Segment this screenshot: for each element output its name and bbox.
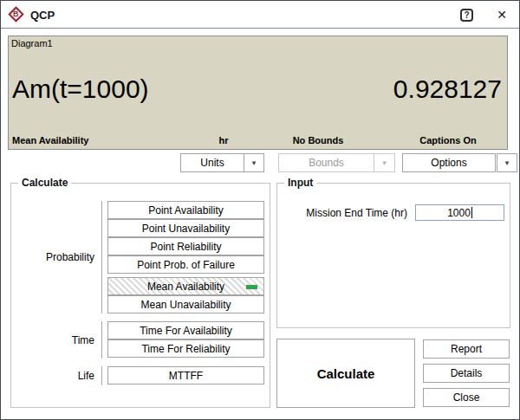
bounds-caption: No Bounds bbox=[293, 135, 344, 145]
caption-row: Mean Availability hr No Bounds Captions … bbox=[9, 135, 507, 147]
calculate-group-title: Calculate bbox=[18, 177, 71, 189]
options-caption: Captions On bbox=[419, 135, 476, 145]
close-icon[interactable]: ✕ bbox=[494, 7, 510, 23]
help-icon[interactable]: ? bbox=[460, 9, 473, 22]
mttff-button[interactable]: MTTFF bbox=[107, 366, 264, 384]
calculate-group: Calculate Probability Point Availability… bbox=[10, 183, 270, 408]
time-bracket-line bbox=[101, 321, 102, 359]
mission-end-time-value: 1000 bbox=[447, 207, 471, 219]
point-availability-button[interactable]: Point Availability bbox=[107, 201, 264, 219]
probability-label: Probability bbox=[46, 251, 94, 263]
mission-end-time-label: Mission End Time (hr) bbox=[306, 207, 407, 219]
input-group: Input Mission End Time (hr) 1000 bbox=[276, 183, 510, 328]
bounds-dropdown-arrow-icon: ▾ bbox=[374, 153, 395, 172]
units-dropdown-arrow-icon[interactable]: ▾ bbox=[244, 153, 264, 172]
life-label: Life bbox=[78, 370, 94, 382]
metric-caption: Mean Availability bbox=[12, 135, 88, 145]
details-button[interactable]: Details bbox=[423, 364, 510, 383]
calculate-button[interactable]: Calculate bbox=[276, 339, 415, 408]
probability-bracket-line bbox=[101, 201, 102, 313]
result-value: 0.928127 bbox=[393, 74, 502, 104]
options-button[interactable]: Options bbox=[402, 153, 496, 172]
mean-availability-label: Mean Availability bbox=[147, 281, 224, 293]
app-logo-letter: B bbox=[13, 10, 19, 18]
result-row: Am(t=1000) 0.928127 bbox=[12, 74, 502, 104]
units-button[interactable]: Units bbox=[180, 153, 244, 172]
time-label: Time bbox=[72, 334, 94, 346]
point-prob-of-failure-button[interactable]: Point Prob. of Failure bbox=[107, 255, 264, 274]
mission-end-time-input[interactable]: 1000 bbox=[415, 204, 504, 221]
app-logo-icon: B bbox=[8, 6, 23, 22]
units-caption: hr bbox=[219, 135, 229, 145]
text-caret bbox=[471, 207, 472, 218]
mean-availability-button[interactable]: Mean Availability bbox=[107, 277, 264, 295]
point-reliability-button[interactable]: Point Reliability bbox=[107, 237, 264, 255]
diagram-name: Diagram1 bbox=[11, 38, 53, 48]
window-title: QCP bbox=[30, 9, 55, 22]
options-dropdown-arrow-icon[interactable]: ▾ bbox=[497, 153, 517, 172]
life-bracket-line bbox=[101, 366, 102, 385]
bounds-button: Bounds bbox=[278, 153, 374, 172]
point-unavailability-button[interactable]: Point Unavailability bbox=[107, 219, 264, 237]
time-for-reliability-button[interactable]: Time For Reliability bbox=[107, 339, 264, 358]
result-expression: Am(t=1000) bbox=[12, 74, 149, 104]
selected-indicator bbox=[246, 285, 257, 289]
time-for-availability-button[interactable]: Time For Availability bbox=[107, 321, 264, 339]
close-button[interactable]: Close bbox=[423, 388, 510, 407]
title-bar: B QCP ? ✕ bbox=[1, 1, 519, 29]
mean-unavailability-button[interactable]: Mean Unavailability bbox=[107, 295, 264, 313]
input-group-title: Input bbox=[284, 177, 316, 189]
result-panel: Diagram1 Am(t=1000) 0.928127 Mean Availa… bbox=[8, 36, 508, 150]
report-button[interactable]: Report bbox=[423, 339, 510, 359]
qcp-dialog-window: B QCP ? ✕ Diagram1 Am(t=1000) 0.928127 M… bbox=[0, 0, 520, 420]
